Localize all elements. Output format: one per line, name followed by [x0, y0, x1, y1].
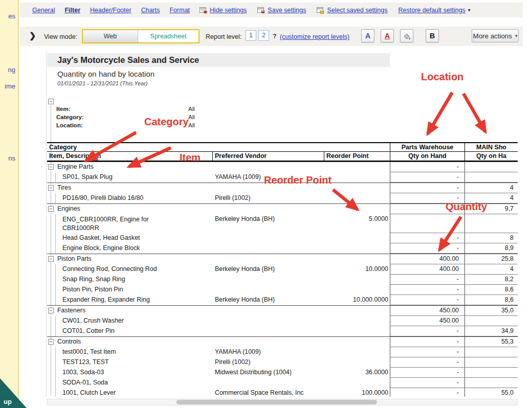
font-color-button[interactable]: A	[361, 29, 374, 42]
collapse-toggle-icon[interactable]: −	[48, 99, 54, 104]
sidebar-link-fragment[interactable]: ime	[5, 82, 15, 90]
tab-charts[interactable]: Charts	[141, 7, 160, 14]
report-toolbar: ❯ View mode: Web Spreadsheet Report leve…	[20, 27, 523, 46]
collapse-toggle-icon[interactable]: −	[48, 339, 54, 345]
name-cell: TEST123, TEST	[47, 357, 212, 368]
corner-fold-label: up	[4, 398, 12, 405]
item-row: 1003, Soda-03Midwest Distributing (1004)…	[47, 368, 518, 378]
name-cell: SP01, Spark Plug	[47, 172, 212, 183]
vendor-cell: Pirelli (1002)	[212, 357, 324, 368]
more-actions-button[interactable]: More actions ▾	[472, 29, 519, 42]
name-cell: −Piston Parts	[47, 254, 212, 264]
tab-header-footer[interactable]: Header/Footer	[90, 7, 131, 14]
view-mode-web-button[interactable]: Web	[83, 30, 138, 42]
report-date-range: 01/01/2021 - 12/31/2021 (This Year)	[57, 80, 148, 86]
qty-main-shop-cell: 9,7	[464, 204, 518, 214]
report-left-border	[46, 51, 47, 397]
qty-parts-warehouse-cell: -	[390, 193, 464, 203]
bold-button[interactable]: B	[426, 29, 439, 42]
item-name: 1003, Soda-03	[62, 369, 104, 376]
qty-parts-warehouse-cell: 400.00	[390, 264, 464, 275]
name-cell: −Controls	[47, 337, 212, 347]
reorder-point-cell: 100.0000	[324, 388, 390, 397]
item-row: COT01, Cotter Pin-34,9	[47, 326, 518, 336]
qty-parts-warehouse-cell: -	[390, 183, 464, 193]
qty-parts-warehouse-cell: -	[390, 275, 464, 285]
reorder-point-cell	[324, 357, 390, 368]
restore-dropdown-caret-icon[interactable]: ▾	[468, 7, 471, 13]
tab-general[interactable]: General	[32, 7, 55, 14]
report-canvas: Jay's Motorcycle Sales and Service Quant…	[47, 51, 518, 397]
category-name: Tires	[57, 184, 71, 191]
more-actions-caret-icon: ▾	[515, 33, 518, 38]
report-title: Quantity on hand by location	[57, 70, 154, 78]
hide-settings-link[interactable]: Hide settings	[210, 7, 247, 14]
customize-report-levels-link[interactable]: (customize report levels)	[280, 33, 349, 40]
vendor-cell: Pirelli (1002)	[212, 193, 324, 203]
qty-main-shop-cell	[464, 347, 518, 357]
report-level-2-button[interactable]: 2	[258, 30, 269, 41]
item-row: SODA-01, Soda-	[47, 378, 518, 388]
category-row: −Engines9,7	[47, 203, 518, 214]
vendor-cell	[212, 285, 324, 295]
column-header-location-2: MAIN Sho	[464, 143, 518, 151]
qty-main-shop-cell: 8,2	[464, 275, 518, 285]
item-name: Engine Block, Engine Block	[62, 244, 140, 252]
qty-parts-warehouse-cell: -	[390, 357, 464, 368]
select-saved-settings-icon	[317, 7, 324, 14]
tab-format[interactable]: Format	[169, 7, 190, 14]
qty-parts-warehouse-cell: -	[390, 172, 464, 183]
collapse-toggle-icon[interactable]: −	[48, 256, 54, 262]
filter-row: Item: All	[47, 106, 262, 114]
item-name: CW01, Crush Washer	[62, 317, 124, 324]
tab-filter[interactable]: Filter	[64, 7, 80, 14]
select-saved-settings-link[interactable]: Select saved settings	[327, 7, 387, 14]
vendor-cell: Berkeley Honda (BH)	[212, 214, 324, 233]
column-header-vendor: Preferred Vendor	[212, 152, 324, 161]
reorder-point-cell	[324, 337, 390, 347]
collapse-toggle-icon[interactable]: −	[48, 185, 54, 191]
vendor-cell	[212, 306, 324, 316]
qty-main-shop-cell	[464, 316, 518, 326]
item-name: COT01, Cotter Pin	[62, 327, 115, 334]
scrollbar-thumb[interactable]	[176, 400, 377, 404]
qty-main-shop-cell: 4	[464, 264, 518, 275]
sidebar-link-fragment[interactable]: ns	[8, 154, 15, 162]
restore-default-settings-link[interactable]: Restore default settings	[398, 7, 465, 14]
sidebar-link-fragment[interactable]: es	[8, 12, 15, 20]
column-header-reorder-point: Reorder Point	[324, 152, 390, 161]
collapse-toggle-icon[interactable]: −	[48, 308, 54, 313]
reorder-point-cell	[324, 378, 390, 388]
name-cell: Piston Pin, Piston Pin	[47, 285, 212, 295]
column-header-qty-on-hand-1: Qty on Hand	[390, 152, 464, 161]
paint-bucket-icon	[403, 34, 411, 42]
view-mode-spreadsheet-button[interactable]: Spreadsheet	[138, 30, 198, 42]
collapse-toggle-icon[interactable]: −	[48, 206, 54, 212]
underline-color-button[interactable]: A	[381, 29, 394, 42]
name-cell: Connecting Rod, Connecting Rod	[47, 264, 212, 275]
name-cell: −Tires	[47, 183, 212, 193]
save-settings-link[interactable]: Save settings	[268, 7, 306, 14]
qty-parts-warehouse-cell: -	[390, 388, 464, 397]
name-cell: Expander Ring, Expander Ring	[47, 295, 212, 305]
expand-panel-chevron-icon[interactable]: ❯	[29, 31, 36, 40]
fill-color-button[interactable]	[400, 29, 413, 42]
table-header-row-2: Item, Description Preferred Vendor Reord…	[47, 152, 518, 162]
help-icon[interactable]: ?	[273, 33, 277, 40]
column-header-item: Item, Description	[47, 152, 212, 161]
category-row: −Piston Parts400.0025,8	[47, 254, 518, 264]
table-header: Category Parts Warehouse MAIN Sho Item, …	[47, 142, 518, 162]
qty-main-shop-cell: 8,6	[464, 295, 518, 305]
sidebar-link-fragment[interactable]: ng	[8, 66, 15, 74]
reorder-point-cell	[324, 285, 390, 295]
qty-parts-warehouse-cell: -	[390, 378, 464, 388]
collapse-toggle-icon[interactable]: −	[48, 164, 54, 170]
item-name: test0001, Test Item	[62, 348, 116, 355]
item-name: SODA-01, Soda	[62, 379, 108, 386]
horizontal-scrollbar[interactable]	[47, 399, 518, 405]
report-level-1-button[interactable]: 1	[246, 30, 256, 41]
item-name: Expander Ring, Expander Ring	[62, 296, 150, 303]
item-row: Snap Ring, Snap Ring-8,2	[47, 275, 518, 285]
name-cell: COT01, Cotter Pin	[47, 326, 212, 336]
name-cell: SODA-01, Soda	[47, 378, 212, 388]
